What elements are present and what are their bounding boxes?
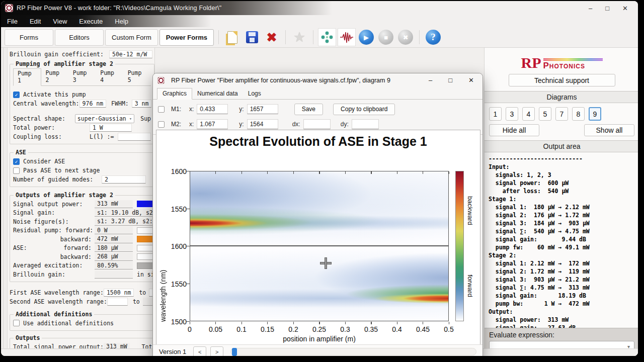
brillouin-gain-value: [95, 270, 133, 279]
m2-x-field[interactable]: 1.067: [197, 119, 228, 129]
noise-figure-value: s1: 3.27 dB, s2: 3.23: [95, 218, 155, 226]
diagram-button-4[interactable]: 4: [522, 107, 535, 121]
diagram-button-3[interactable]: 3: [506, 107, 518, 121]
dx-field[interactable]: [303, 119, 331, 129]
toolbar-separator: [313, 30, 313, 44]
tab-pump-1[interactable]: Pump 1: [13, 68, 41, 86]
menu-view[interactable]: View: [53, 18, 67, 25]
previous-version-button[interactable]: <: [193, 346, 206, 356]
menubar: File Edit View Execute Help: [1, 15, 638, 27]
first-ase-range-field[interactable]: 1500 nm: [104, 289, 134, 297]
form-panel: Brillouin gain coefficient: 50e-12 m/W P…: [3, 47, 155, 349]
menu-execute[interactable]: Execute: [79, 18, 103, 25]
abort-button[interactable]: ✖: [396, 28, 415, 46]
menu-edit[interactable]: Edit: [30, 18, 41, 25]
tab-pump-2[interactable]: Pump 2: [41, 68, 68, 85]
power-forms-button[interactable]: Power Forms: [159, 29, 214, 46]
dialog-title: RP Fiber Power "Fiber amplifier for cont…: [171, 77, 390, 84]
version-slider-thumb[interactable]: [232, 348, 237, 356]
minimize-icon[interactable]: –: [429, 76, 432, 84]
save-button[interactable]: [243, 28, 261, 46]
activate-pump-checkbox[interactable]: ✓: [13, 92, 20, 98]
diagram-button-7[interactable]: 7: [555, 107, 568, 121]
forward-ase-heatmap[interactable]: [190, 246, 449, 321]
chevron-down-icon: ▾: [129, 116, 132, 121]
first-ase-range-label: First ASE wavelength range:: [10, 289, 104, 296]
noise-figure-label: Noise figure(s):: [13, 218, 95, 225]
brillouin-coefficient-field[interactable]: 50e-12 m/W: [109, 50, 152, 58]
second-ase-range-field[interactable]: [107, 298, 128, 306]
tab-pump-4[interactable]: Pump 4: [96, 68, 123, 85]
diagram-window: RP Fiber Power "Fiber amplifier for cont…: [152, 73, 483, 356]
forms-button[interactable]: Forms: [5, 29, 53, 46]
show-all-button[interactable]: Show all: [584, 124, 634, 136]
m2-x-label: x:: [189, 121, 194, 128]
pass-ase-checkbox[interactable]: [13, 167, 20, 174]
close-icon[interactable]: ✕: [622, 5, 628, 12]
save-marker-button[interactable]: Save: [294, 104, 323, 115]
diagram-button-8[interactable]: 8: [572, 107, 585, 121]
m1-checkbox[interactable]: [158, 106, 165, 113]
technical-support-button[interactable]: Technical support: [509, 74, 615, 86]
m1-y-field[interactable]: 1657: [247, 104, 278, 114]
pumping-group: Pumping of amplifier stage 2 Pump 1 Pump…: [10, 64, 154, 144]
tab-numerical-data[interactable]: Numerical data: [192, 88, 243, 99]
star-icon: ★: [293, 31, 305, 44]
menu-file[interactable]: File: [7, 18, 18, 25]
diagram-button-9[interactable]: 9: [589, 107, 601, 121]
outputs-group: Outputs Total signal power output: 313 m…: [10, 338, 154, 349]
cursor-crosshair: [325, 257, 327, 269]
diagram-buttons: 1 3 4 5 7 8 9: [485, 103, 638, 121]
tab-logs[interactable]: Logs: [243, 88, 266, 99]
central-wavelength-field[interactable]: 976 nm: [79, 100, 107, 108]
residual-pump-forward-value: 0 W: [95, 226, 133, 234]
copy-to-clipboard-button[interactable]: Copy to clipboard: [333, 104, 395, 115]
pulse-button[interactable]: [338, 28, 356, 46]
ase-forward-label: forward:: [64, 244, 92, 251]
guided-modes-field[interactable]: 2: [102, 175, 146, 184]
run-button[interactable]: ▶: [357, 28, 375, 46]
backward-ase-heatmap[interactable]: [190, 171, 449, 246]
m2-checkbox[interactable]: [158, 121, 165, 128]
fwhm-field[interactable]: 3 nm: [132, 100, 152, 108]
dy-field[interactable]: [352, 119, 379, 129]
avg-excitation-value: 80.59%: [95, 261, 133, 269]
maximize-icon[interactable]: □: [605, 5, 609, 12]
new-document-button[interactable]: [223, 28, 242, 46]
delete-icon: ✖: [267, 31, 277, 44]
favorite-button[interactable]: ★: [290, 28, 308, 46]
editors-button[interactable]: Editors: [55, 29, 104, 46]
consider-ase-checkbox[interactable]: ✓: [13, 158, 20, 165]
output-area-header: Output area: [485, 140, 638, 152]
use-additional-checkbox[interactable]: [13, 320, 20, 326]
stop-button[interactable]: ■: [377, 28, 395, 46]
version-slider[interactable]: [230, 348, 476, 355]
maximize-icon[interactable]: □: [448, 76, 452, 84]
custom-form-button[interactable]: Custom Form: [105, 29, 158, 46]
help-button[interactable]: ?: [424, 28, 442, 46]
m2-label: M2:: [171, 121, 184, 128]
colorbar-forward-label: forward: [465, 251, 474, 321]
diagram-button-1[interactable]: 1: [489, 107, 502, 121]
close-icon[interactable]: ✕: [468, 76, 474, 84]
colorbar: [455, 171, 464, 321]
tab-graphics[interactable]: Graphics: [157, 88, 192, 100]
next-version-button[interactable]: >: [210, 346, 223, 356]
m2-y-field[interactable]: 1564: [247, 119, 278, 129]
total-power-field[interactable]: 1 W: [90, 124, 132, 132]
toolbar-separator: [218, 30, 219, 44]
vertical-scrollbar[interactable]: [4, 48, 8, 348]
coupling-loss-field[interactable]: [118, 133, 151, 141]
ase-group: ASE ✓ Consider ASE Pass ASE to next stag…: [10, 152, 154, 187]
delete-button[interactable]: ✖: [263, 28, 281, 46]
spectral-shape-select[interactable]: super-Gaussian ▾: [75, 114, 134, 123]
hide-all-button[interactable]: Hide all: [489, 124, 539, 136]
m1-x-field[interactable]: 0.433: [197, 104, 228, 114]
tab-pump-3[interactable]: Pump 3: [69, 68, 96, 85]
minimize-icon[interactable]: –: [589, 5, 592, 12]
mode-profile-button[interactable]: [318, 28, 336, 46]
menu-help[interactable]: Help: [115, 18, 128, 25]
m1-label: M1:: [171, 106, 184, 113]
diagram-button-5[interactable]: 5: [539, 107, 551, 121]
tab-pump-5[interactable]: Pump 5: [124, 68, 151, 85]
